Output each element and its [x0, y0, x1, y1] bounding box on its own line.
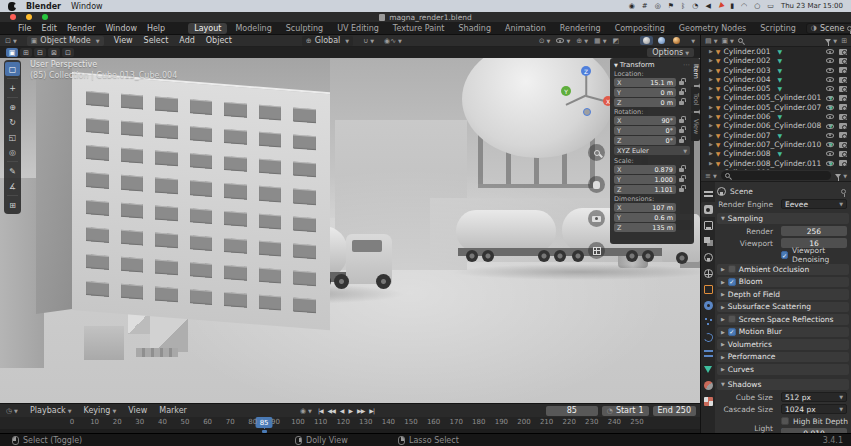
hide-in-viewport-icon[interactable]	[826, 96, 834, 101]
workspace-tab[interactable]: Shading	[452, 23, 497, 34]
rotation-row[interactable]: Z0°	[614, 136, 690, 145]
disable-in-render-icon[interactable]	[839, 58, 847, 64]
play-reverse-button[interactable]: ◀	[340, 407, 344, 414]
workspace-tab[interactable]: Modeling	[229, 23, 277, 34]
expand-icon[interactable]: ▶	[709, 93, 713, 102]
mode-dropdown[interactable]: ▣ Object Mode▼	[27, 36, 104, 46]
disable-in-render-icon[interactable]	[839, 151, 847, 157]
disable-in-render-icon[interactable]	[839, 67, 847, 73]
wifi-icon[interactable]: ◠	[741, 1, 747, 11]
scale-tool[interactable]: ◱	[5, 130, 20, 144]
viewport-menu-add[interactable]: Add	[179, 36, 195, 45]
expand-icon[interactable]: ▶	[709, 75, 713, 84]
prev-keyframe-button[interactable]: ◀◀	[328, 407, 335, 414]
new-collection-button[interactable]: ⊞	[841, 37, 847, 45]
panel-header[interactable]: ▶ Subsurface Scattering	[717, 302, 849, 313]
topbar-menu-help[interactable]: Help	[142, 24, 170, 33]
topbar-menu-edit[interactable]: Edit	[36, 24, 62, 33]
panel-header[interactable]: ▶ Ambient Occlusion	[717, 264, 849, 275]
render-engine-dropdown[interactable]: Eevee▼	[781, 199, 847, 209]
transform-tool[interactable]: ◎	[5, 145, 20, 159]
timeline-editor-type-button[interactable]: ◷▼	[6, 407, 18, 415]
menubar-clock[interactable]: Thu 23 Mar 15:00	[781, 2, 843, 10]
keystrokes-icon[interactable]: #	[642, 1, 648, 11]
hide-in-viewport-icon[interactable]	[826, 86, 834, 91]
lock-icon[interactable]	[679, 178, 684, 182]
shadows-panel-header[interactable]: ▼Shadows	[717, 379, 849, 390]
app-menu[interactable]: Blender	[26, 2, 61, 11]
viewport-3d[interactable]: User Perspective (85) Collection | Cube.…	[0, 58, 700, 403]
outliner-row[interactable]: ▶ ▼ Cylinder.001 ▼	[701, 47, 851, 56]
workspace-tab[interactable]: Rendering	[554, 23, 607, 34]
rendered-shading-icon[interactable]	[670, 36, 683, 45]
topbar-menu-file[interactable]: File	[13, 24, 36, 33]
outliner-row[interactable]: ▶ ▼ Cylinder.006 ▼	[701, 112, 851, 121]
expand-icon[interactable]: ▶	[709, 149, 713, 158]
modifiers-tab[interactable]	[701, 298, 715, 313]
tool-tab[interactable]	[701, 186, 715, 201]
scene-selector[interactable]: ◑ Scene ▣ ×	[806, 23, 851, 34]
disable-in-render-icon[interactable]	[839, 104, 847, 110]
ortho-toggle-button[interactable]	[588, 242, 605, 259]
panel-header[interactable]: ▶ Volumetrics	[717, 339, 849, 350]
material-tab[interactable]	[701, 378, 715, 393]
rotation-row[interactable]: Y0°	[614, 126, 690, 135]
select-mode-subtract-icon[interactable]: ⊟	[34, 48, 46, 57]
workspace-tab[interactable]: Geometry Nodes	[673, 23, 752, 34]
select-mode-extend-icon[interactable]: ⊞	[20, 48, 32, 57]
panel-checkbox[interactable]	[728, 265, 736, 273]
sidebar-tab-tool[interactable]: Tool	[691, 87, 700, 112]
outliner-row[interactable]: ▶ ▼ Cylinder.005_Cylinder.007 ▼	[701, 103, 851, 112]
location-row[interactable]: Z0 m	[614, 98, 690, 107]
timeline-menu-marker[interactable]: Marker	[159, 406, 187, 415]
scale-row[interactable]: Y1.000	[614, 175, 690, 184]
lock-icon[interactable]	[679, 188, 684, 192]
panel-checkbox[interactable]	[728, 315, 736, 323]
overlays-toggle[interactable]: ▦▼	[594, 37, 606, 45]
workspace-tab[interactable]: Texture Paint	[387, 23, 451, 34]
constraints-tab[interactable]	[701, 346, 715, 361]
proportional-editing-toggle[interactable]: ◉∿▼	[384, 37, 402, 45]
hide-in-viewport-icon[interactable]	[826, 105, 834, 110]
scale-row[interactable]: X0.879	[614, 165, 690, 174]
play-button[interactable]: ▶	[348, 407, 352, 414]
shadow-dropdown[interactable]: 512 px▼	[781, 392, 847, 402]
expand-icon[interactable]: ▶	[709, 112, 713, 121]
expand-icon[interactable]: ▶	[709, 84, 713, 93]
select-mode-invert-icon[interactable]: ⊠	[48, 48, 60, 57]
workspace-tab[interactable]: Scripting	[754, 23, 802, 34]
sidebar-tab-view[interactable]: View	[691, 113, 700, 140]
transform-orientation-dropdown[interactable]: ⊕ Global▼	[302, 36, 353, 46]
material-shading-icon[interactable]	[655, 36, 668, 45]
pin-icon[interactable]	[847, 26, 851, 31]
hide-in-viewport-icon[interactable]	[826, 151, 834, 156]
select-mode-intersect-icon[interactable]: ⊡	[62, 48, 74, 57]
viewport-denoising-checkbox[interactable]: ✓ Viewport Denoising	[781, 250, 851, 260]
current-frame-field[interactable]: 85	[546, 406, 598, 416]
disable-in-render-icon[interactable]	[839, 77, 847, 83]
disable-in-render-icon[interactable]	[839, 114, 847, 120]
panel-header[interactable]: ▶ Curves	[717, 364, 849, 375]
gizmo-neg-z-axis[interactable]	[583, 108, 591, 116]
hide-in-viewport-icon[interactable]	[826, 161, 834, 166]
pivot-point-dropdown[interactable]: ⊙▼	[539, 37, 551, 45]
shadow-checkbox[interactable]: High Bit Depth	[781, 416, 848, 426]
disable-in-render-icon[interactable]	[839, 132, 847, 138]
view-layer-tab[interactable]	[701, 234, 715, 249]
outliner-row[interactable]: ▶ ▼ Cylinder.007_Cylinder.010 ▼	[701, 140, 851, 149]
topbar-menu-window[interactable]: Window	[100, 24, 142, 33]
collection-filter-dropdown[interactable]: ▣▼	[721, 37, 733, 45]
sampling-panel-header[interactable]: ▼Sampling	[717, 213, 849, 224]
panel-options-icon[interactable]: ⋯	[683, 61, 690, 69]
timeline-menu-view[interactable]: View	[128, 406, 147, 415]
scale-row[interactable]: Z1.101	[614, 185, 690, 194]
hide-in-viewport-icon[interactable]	[826, 133, 834, 138]
hide-in-viewport-icon[interactable]	[826, 49, 834, 54]
move-tool[interactable]: ⊕	[5, 100, 20, 114]
snap-toggle[interactable]: ∪▼	[363, 37, 374, 45]
lock-icon[interactable]	[679, 101, 684, 105]
panel-header[interactable]: ▶ Depth of Field	[717, 289, 849, 300]
lock-icon[interactable]	[679, 139, 684, 143]
outliner-row[interactable]: ▶ ▼ Cylinder.002 ▼	[701, 56, 851, 65]
object-tab[interactable]	[701, 282, 715, 297]
